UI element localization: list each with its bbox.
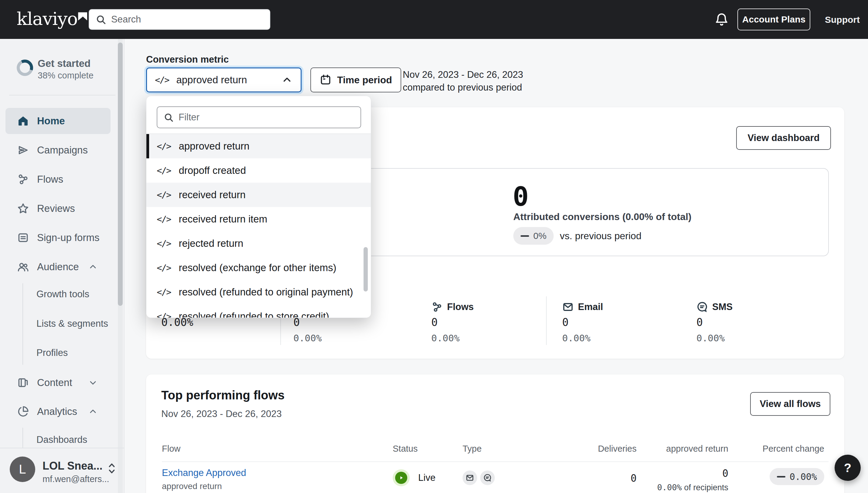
column-header-type: Type: [462, 444, 482, 454]
code-metric-icon: </>: [157, 214, 171, 224]
date-comparison: compared to previous period: [403, 82, 522, 93]
stat-column-sms: SMS 0 0.00%: [696, 300, 812, 314]
star-icon: [17, 202, 29, 215]
metric-option-label: received return: [179, 189, 245, 200]
email-icon: [562, 301, 574, 313]
stat-value: 0: [562, 316, 569, 328]
view-all-flows-button[interactable]: View all flows: [750, 392, 830, 416]
top-bar: klaviyo Account Plans Support: [0, 0, 868, 39]
code-metric-icon: </>: [157, 263, 171, 273]
sidebar-item-dashboards[interactable]: Dashboards: [37, 433, 87, 447]
sidebar-item-analytics[interactable]: Analytics: [5, 399, 111, 425]
top-performing-flows-card: Top performing flows Nov 26, 2023 - Dec …: [146, 374, 844, 493]
metric-option-received-return[interactable]: </> received return: [146, 183, 371, 207]
support-link[interactable]: Support: [825, 15, 860, 25]
subnav-guide-line: [22, 283, 23, 365]
sidebar-item-growth-tools[interactable]: Growth tools: [37, 287, 89, 301]
metric-option-resolved-store-credit[interactable]: </> resolved (refunded to store credit): [146, 304, 371, 318]
sidebar-item-signup-forms[interactable]: Sign-up forms: [5, 224, 111, 251]
stat-header: Email: [578, 301, 603, 313]
card-title: Top performing flows: [161, 388, 284, 402]
sidebar-item-profiles[interactable]: Profiles: [37, 346, 68, 360]
account-avatar[interactable]: L: [10, 456, 35, 482]
code-metric-icon: </>: [157, 190, 171, 200]
sidebar-item-campaigns[interactable]: Campaigns: [5, 137, 111, 163]
home-icon: [17, 115, 29, 127]
live-status-icon: [393, 469, 410, 486]
klaviyo-logo[interactable]: klaviyo: [17, 8, 87, 29]
attributed-conversions-label: Attributed conversions (0.00% of total): [513, 211, 691, 222]
stat-value: 0: [431, 316, 438, 328]
metric-option-dropoff-created[interactable]: </> dropoff created: [146, 158, 371, 183]
sidebar-item-label: Flows: [37, 174, 63, 185]
notifications-bell-icon[interactable]: [714, 12, 729, 27]
code-metric-icon: </>: [157, 287, 171, 297]
metric-option-received-return-item[interactable]: </> received return item: [146, 207, 371, 231]
sidebar-item-content[interactable]: Content: [5, 370, 111, 396]
stat-value: 0: [696, 316, 703, 328]
account-plans-button[interactable]: Account Plans: [737, 8, 810, 30]
metric-filter-input[interactable]: [179, 112, 355, 123]
percent-change-pill: 0.00%: [770, 468, 824, 485]
sidebar-item-flows[interactable]: Flows: [5, 166, 111, 192]
search-input[interactable]: [111, 14, 264, 25]
sidebar-item-label: Audience: [37, 261, 79, 273]
stat-value: 0.00%: [161, 316, 193, 328]
column-header-flow: Flow: [162, 444, 180, 454]
stat-sub-value: 0.00%: [562, 333, 590, 343]
get-started-title[interactable]: Get started: [38, 58, 91, 69]
metric-filter-field[interactable]: [157, 106, 361, 128]
content-icon: [17, 377, 29, 389]
metric-value: 0: [637, 468, 728, 479]
column-header-percent-change: Percent change: [733, 444, 824, 454]
stat-divider: [546, 296, 547, 345]
change-percent: 0%: [533, 231, 546, 241]
view-dashboard-button[interactable]: View dashboard: [736, 126, 831, 150]
sidebar-item-reviews[interactable]: Reviews: [5, 195, 111, 221]
klaviyo-dashboard: klaviyo Account Plans Support Get starte…: [0, 0, 868, 493]
sidebar-scrollbar-thumb[interactable]: [118, 43, 123, 306]
chevron-up-icon: [281, 74, 293, 86]
percent-change-value: 0.00%: [790, 471, 817, 482]
sidebar-item-label: Home: [37, 115, 65, 127]
metric-option-label: rejected return: [179, 238, 243, 249]
metric-option-resolved-refund-original[interactable]: </> resolved (refunded to original payme…: [146, 280, 371, 304]
metric-options-list: </> approved return </> dropoff created …: [146, 134, 371, 318]
sidebar-item-home[interactable]: Home: [5, 108, 111, 134]
analytics-pie-icon: [17, 405, 29, 417]
global-search[interactable]: [89, 9, 270, 30]
change-pill: 0%: [513, 227, 554, 245]
account-name[interactable]: LOL Snea...: [43, 459, 102, 472]
stat-sub-value: 0.00%: [431, 333, 459, 343]
sidebar-divider: [9, 95, 115, 95]
metric-option-label: resolved (refunded to store credit): [179, 310, 329, 318]
code-metric-icon: </>: [157, 238, 171, 249]
flows-icon: [17, 173, 29, 186]
sidebar-item-audience[interactable]: Audience: [5, 254, 111, 280]
dropdown-scrollbar-thumb[interactable]: [364, 247, 368, 292]
flow-name-link[interactable]: Exchange Approved: [162, 468, 246, 478]
sms-icon: [480, 471, 495, 485]
klaviyo-flag-icon: [78, 12, 87, 20]
metric-option-rejected-return[interactable]: </> rejected return: [146, 231, 371, 256]
metric-sub-value: 0.00% of recipients: [621, 483, 728, 492]
column-header-deliveries: Deliveries: [546, 444, 637, 454]
sidebar-item-label: Analytics: [37, 406, 77, 417]
account-switcher-chevrons-icon[interactable]: [106, 462, 117, 475]
help-button[interactable]: ?: [835, 455, 861, 481]
metric-option-resolved-exchange[interactable]: </> resolved (exchange for other items): [146, 256, 371, 280]
sidebar-item-label: Reviews: [37, 203, 75, 214]
column-header-status: Status: [393, 444, 418, 454]
time-period-label: Time period: [337, 74, 392, 86]
sidebar-item-lists-segments[interactable]: Lists & segments: [37, 317, 108, 330]
metric-option-approved-return[interactable]: </> approved return: [146, 134, 371, 158]
stat-header: SMS: [712, 301, 733, 313]
search-icon: [163, 112, 174, 123]
attributed-change-row: 0% vs. previous period: [513, 227, 641, 245]
sidebar-item-label: Sign-up forms: [37, 232, 99, 243]
column-header-metric: approved return: [637, 444, 728, 454]
conversion-metric-select[interactable]: </> approved return: [146, 67, 302, 92]
time-period-button[interactable]: Time period: [311, 67, 401, 92]
stat-column-flows: Flows 0 0.00%: [431, 300, 547, 314]
metric-option-label: dropoff created: [179, 165, 246, 176]
